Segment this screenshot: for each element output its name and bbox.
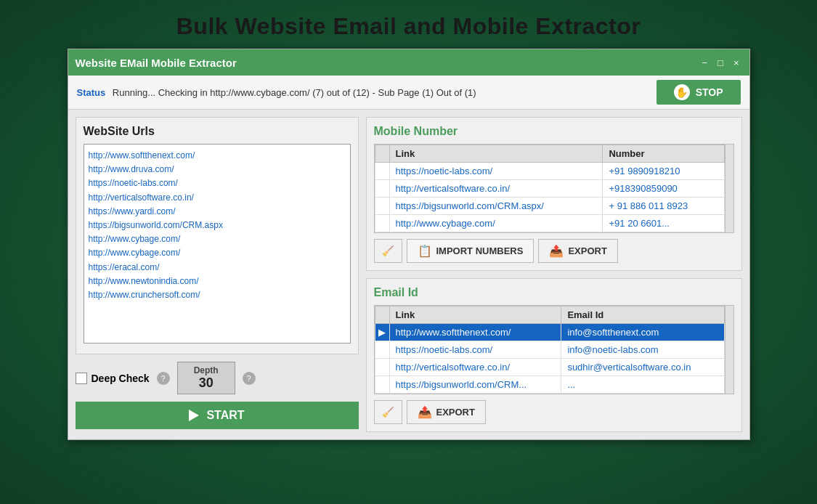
- email-col-link: Link: [389, 306, 561, 324]
- table-row[interactable]: ▶ http://www.softthenext.com/ info@softt…: [375, 324, 724, 341]
- depth-label: Depth: [184, 365, 229, 375]
- email-section-title: Email Id: [374, 286, 734, 299]
- deep-check-text: Deep Check: [92, 373, 150, 384]
- email-col-arrow: [375, 306, 389, 324]
- link-cell: https://bigsunworld.com/CRM...: [389, 376, 561, 394]
- link-cell: https://noetic-labs.com/: [389, 163, 603, 180]
- email-scrollbar[interactable]: [725, 306, 733, 394]
- mobile-section-title: Mobile Number: [374, 125, 734, 138]
- mobile-col-link: Link: [389, 145, 603, 163]
- app-window: Website EMail Mobile Extractor − □ × Sta…: [68, 49, 750, 440]
- deep-check-help[interactable]: ?: [157, 372, 170, 385]
- mobile-table: Link Number https://noetic-labs.com/ +91…: [375, 145, 725, 232]
- export-label: EXPORT: [568, 245, 606, 256]
- table-row[interactable]: http://www.cybage.com/ +91 20 6601...: [375, 215, 724, 232]
- eraser-icon-email: 🧹: [382, 407, 394, 418]
- arrow-cell: [375, 180, 389, 198]
- minimize-button[interactable]: −: [699, 57, 710, 68]
- email-export-label: EXPORT: [436, 407, 475, 418]
- email-export-button[interactable]: 📤 EXPORT: [407, 400, 486, 424]
- website-urls-title: WebSite Urls: [84, 125, 351, 138]
- mobile-clear-button[interactable]: 🧹: [374, 239, 402, 263]
- import-icon: 📋: [418, 244, 432, 258]
- close-button[interactable]: ×: [731, 57, 742, 68]
- number-cell: +91 9890918210: [603, 163, 724, 180]
- arrow-cell: [375, 376, 389, 394]
- table-row[interactable]: http://verticalsoftware.co.in/ +91839085…: [375, 180, 724, 198]
- start-button[interactable]: START: [76, 402, 359, 429]
- email-cell: info@noetic-labs.com: [561, 341, 724, 359]
- export-icon: 📤: [549, 244, 564, 258]
- status-label: Status: [77, 87, 106, 98]
- deep-check-checkbox[interactable]: [76, 373, 87, 384]
- link-cell: http://verticalsoftware.co.in/: [389, 359, 561, 376]
- stop-label: STOP: [696, 86, 723, 98]
- arrow-cell: [375, 163, 389, 180]
- status-running-text: Running... Checking in http://www.cybage…: [113, 87, 476, 98]
- title-bar-controls: − □ ×: [699, 57, 741, 68]
- link-cell: https://bigsunworld.com/CRM.aspx/: [389, 198, 603, 215]
- table-row[interactable]: https://bigsunworld.com/CRM.aspx/ + 91 8…: [375, 198, 724, 215]
- depth-value: 30: [184, 375, 229, 391]
- title-bar: Website EMail Mobile Extractor − □ ×: [68, 49, 749, 76]
- number-cell: +918390859090: [603, 180, 724, 198]
- mobile-section: Mobile Number Link Number: [366, 117, 742, 271]
- table-row[interactable]: http://verticalsoftware.co.in/ sudhir@ve…: [375, 359, 724, 376]
- mobile-action-bar: 🧹 📋 IMPORT NUMBERS 📤 EXPORT: [374, 239, 734, 263]
- eraser-icon: 🧹: [382, 245, 394, 256]
- mobile-scrollbar[interactable]: [725, 145, 733, 232]
- arrow-cell: [375, 215, 389, 232]
- email-export-icon: 📤: [418, 405, 432, 419]
- main-content: WebSite Urls Deep Check ? Depth 30 ? STA…: [68, 110, 749, 439]
- mobile-col-number: Number: [603, 145, 724, 163]
- link-cell: http://www.softthenext.com/: [389, 324, 561, 341]
- status-text-area: Status Running... Checking in http://www…: [77, 87, 476, 98]
- arrow-cell: [375, 341, 389, 359]
- arrow-cell: ▶: [375, 324, 389, 341]
- play-icon: [189, 410, 199, 421]
- website-urls-panel: WebSite Urls: [76, 117, 359, 354]
- status-bar: Status Running... Checking in http://www…: [68, 76, 749, 110]
- number-cell: + 91 886 011 8923: [603, 198, 724, 215]
- page-title: Bulk Website Email and Mobile Extractor: [176, 0, 641, 49]
- deep-check-label[interactable]: Deep Check: [76, 373, 150, 384]
- table-row[interactable]: https://bigsunworld.com/CRM... ...: [375, 376, 724, 394]
- right-panel: Mobile Number Link Number: [366, 117, 742, 432]
- email-cell: ...: [561, 376, 724, 394]
- email-table-wrap[interactable]: Link Email Id ▶ http://www.softthenext.c…: [374, 305, 734, 394]
- link-cell: https://noetic-labs.com/: [389, 341, 561, 359]
- mobile-export-button[interactable]: 📤 EXPORT: [538, 239, 617, 263]
- email-action-bar: 🧹 📤 EXPORT: [374, 400, 734, 424]
- email-clear-button[interactable]: 🧹: [374, 400, 402, 424]
- import-numbers-button[interactable]: 📋 IMPORT NUMBERS: [407, 239, 534, 263]
- arrow-cell: [375, 359, 389, 376]
- email-table: Link Email Id ▶ http://www.softthenext.c…: [375, 306, 725, 394]
- mobile-col-arrow: [375, 145, 389, 163]
- options-row: Deep Check ? Depth 30 ?: [76, 362, 359, 394]
- link-cell: http://www.cybage.com/: [389, 215, 603, 232]
- table-row[interactable]: https://noetic-labs.com/ info@noetic-lab…: [375, 341, 724, 359]
- email-cell: info@softthenext.com: [561, 324, 724, 341]
- depth-help[interactable]: ?: [243, 372, 256, 385]
- table-row[interactable]: https://noetic-labs.com/ +91 9890918210: [375, 163, 724, 180]
- import-label: IMPORT NUMBERS: [436, 245, 524, 256]
- email-section: Email Id Link Email Id ▶: [366, 278, 742, 432]
- url-input[interactable]: [84, 144, 351, 344]
- mobile-table-wrap[interactable]: Link Number https://noetic-labs.com/ +91…: [374, 144, 734, 233]
- start-label: START: [206, 409, 244, 422]
- left-panel: WebSite Urls Deep Check ? Depth 30 ? STA…: [76, 117, 359, 432]
- stop-button[interactable]: ✋ STOP: [657, 80, 741, 105]
- depth-input-box: Depth 30: [177, 362, 235, 394]
- stop-icon: ✋: [674, 84, 690, 100]
- number-cell: +91 20 6601...: [603, 215, 724, 232]
- window-title: Website EMail Mobile Extractor: [76, 57, 237, 69]
- maximize-button[interactable]: □: [715, 57, 726, 68]
- email-cell: sudhir@verticalsoftware.co.in: [561, 359, 724, 376]
- link-cell: http://verticalsoftware.co.in/: [389, 180, 603, 198]
- arrow-cell: [375, 198, 389, 215]
- email-col-email: Email Id: [561, 306, 724, 324]
